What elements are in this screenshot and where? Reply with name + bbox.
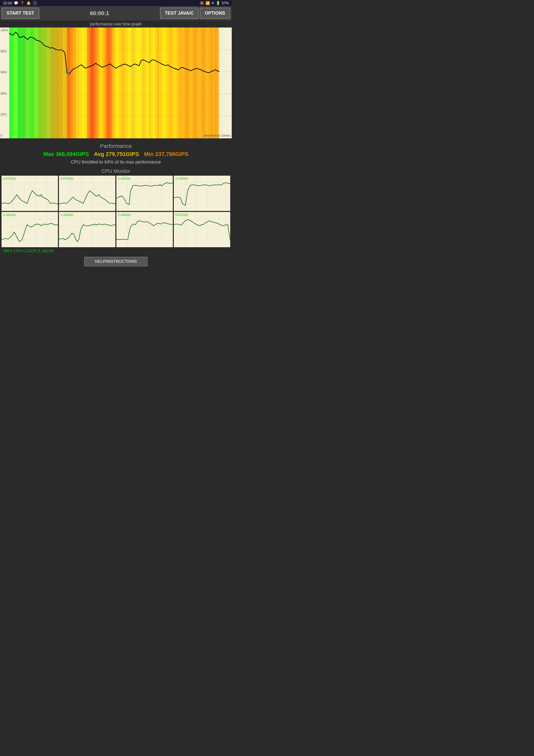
graph-section: performance over time graph 100% 80% 60%… <box>0 20 232 140</box>
svg-rect-54 <box>155 27 157 138</box>
performance-stats: Max 368,094GIPS Avg 279,751GIPS Min 237,… <box>2 151 230 157</box>
svg-rect-11 <box>55 27 59 138</box>
cpu-core-5-graph <box>2 212 58 247</box>
cpu-core-4: 2.43GHz <box>174 176 230 211</box>
svg-rect-24 <box>93 27 95 138</box>
test-mode-button[interactable]: TEST JAVA/C <box>160 8 199 19</box>
svg-rect-45 <box>137 27 139 138</box>
graph-svg <box>0 27 232 138</box>
svg-rect-47 <box>140 27 142 138</box>
svg-rect-3 <box>22 27 26 138</box>
svg-rect-80 <box>209 27 211 138</box>
svg-rect-10 <box>50 27 54 138</box>
svg-rect-150 <box>174 212 230 247</box>
svg-rect-17 <box>76 27 79 138</box>
svg-rect-44 <box>135 27 137 138</box>
location-icon: 📍 <box>20 1 24 5</box>
time-interval-label: time(interval 10min) <box>204 134 230 137</box>
cpu-core-3-graph <box>116 176 173 211</box>
svg-rect-28 <box>102 27 104 138</box>
status-bar-right: 🔕 📶 ✈ 🔋 37% <box>200 1 229 5</box>
svg-rect-36 <box>118 27 120 138</box>
svg-rect-64 <box>176 27 178 138</box>
svg-rect-22 <box>89 27 91 138</box>
cpu-core-3: 2.43GHz <box>116 176 173 211</box>
cpu-core-5-freq: 2.43GHz <box>2 212 17 217</box>
airplane-icon: ✈ <box>211 1 214 5</box>
svg-rect-32 <box>110 27 112 138</box>
cpu-core-6: 2.43GHz <box>59 212 115 247</box>
cpu-core-6-graph <box>59 212 115 247</box>
svg-rect-27 <box>99 27 102 138</box>
svg-rect-39 <box>124 27 126 138</box>
svg-rect-65 <box>178 27 180 138</box>
svg-rect-34 <box>114 27 116 138</box>
cpu-core-7: 2.43GHz <box>116 212 173 247</box>
svg-rect-38 <box>122 27 124 138</box>
y-label-40: 40% <box>1 92 8 95</box>
cpu-core-2-graph <box>59 176 115 211</box>
start-test-button[interactable]: START TEST <box>2 8 39 19</box>
svg-rect-30 <box>106 27 108 138</box>
svg-rect-29 <box>104 27 106 138</box>
svg-rect-79 <box>207 27 209 138</box>
notification-icon: 🔔 <box>26 1 31 5</box>
svg-rect-67 <box>182 27 184 138</box>
svg-rect-1 <box>13 27 17 138</box>
svg-rect-50 <box>147 27 149 138</box>
graph-title: performance over time graph <box>0 22 232 26</box>
svg-rect-9 <box>46 27 50 138</box>
cpu-core-2: 0.67GHz <box>59 176 115 211</box>
svg-rect-81 <box>211 27 213 138</box>
svg-rect-31 <box>108 27 110 138</box>
svg-point-86 <box>67 72 69 74</box>
svg-rect-41 <box>128 27 130 138</box>
svg-rect-46 <box>139 27 140 138</box>
status-bar-left: 12:24 💬 📍 🔔 ⬛ <box>3 1 37 5</box>
svg-rect-69 <box>186 27 188 138</box>
svg-rect-20 <box>84 27 87 138</box>
svg-rect-21 <box>87 27 89 138</box>
toolbar: START TEST 60:00:1 TEST JAVA/C OPTIONS <box>0 6 232 20</box>
bell-mute-icon: 🔕 <box>200 1 204 5</box>
help-instructions-button[interactable]: HELP/INSTRUCTIONS <box>84 257 147 266</box>
cpu-core-7-graph <box>116 212 173 247</box>
cpu-core-1: 0.67GHz <box>2 176 58 211</box>
y-label-0: 0 <box>1 134 8 137</box>
timer-display: 60:00:1 <box>40 10 159 17</box>
y-label-20: 20% <box>1 113 8 116</box>
svg-rect-60 <box>167 27 169 138</box>
performance-title: Performance <box>2 143 230 149</box>
svg-rect-77 <box>202 27 204 138</box>
cpu-core-2-freq: 0.67GHz <box>60 176 74 181</box>
svg-rect-87 <box>2 176 58 211</box>
cpu-core-8: 0.67GHz <box>174 212 230 247</box>
svg-rect-132 <box>59 212 115 247</box>
help-button-container: HELP/INSTRUCTIONS <box>0 256 232 267</box>
wifi-icon: 📶 <box>206 1 210 5</box>
battery-icon: 🔋 <box>216 1 220 5</box>
svg-rect-96 <box>59 176 115 211</box>
avg-gips: Avg 279,751GIPS <box>94 151 139 157</box>
svg-rect-2 <box>18 27 22 138</box>
svg-rect-82 <box>213 27 215 138</box>
svg-rect-19 <box>82 27 84 138</box>
screen-record-icon: ⬛ <box>33 1 37 5</box>
svg-rect-85 <box>219 27 232 138</box>
svg-rect-78 <box>205 27 207 138</box>
svg-rect-7 <box>38 27 42 138</box>
y-axis-labels: 100% 80% 60% 40% 20% 0 <box>1 27 8 138</box>
options-button[interactable]: OPTIONS <box>200 8 230 19</box>
svg-rect-5 <box>30 27 34 138</box>
y-label-80: 80% <box>1 50 8 53</box>
y-label-100: 100% <box>1 28 8 32</box>
svg-rect-74 <box>196 27 198 138</box>
cpu-monitor-section: CPU Monitor 0.67GHz <box>0 167 232 256</box>
svg-rect-35 <box>116 27 118 138</box>
svg-rect-76 <box>200 27 202 138</box>
svg-rect-23 <box>91 27 93 138</box>
svg-rect-51 <box>149 27 151 138</box>
svg-rect-6 <box>34 27 38 138</box>
cpu-core-3-freq: 2.43GHz <box>117 176 132 181</box>
svg-rect-70 <box>188 27 190 138</box>
